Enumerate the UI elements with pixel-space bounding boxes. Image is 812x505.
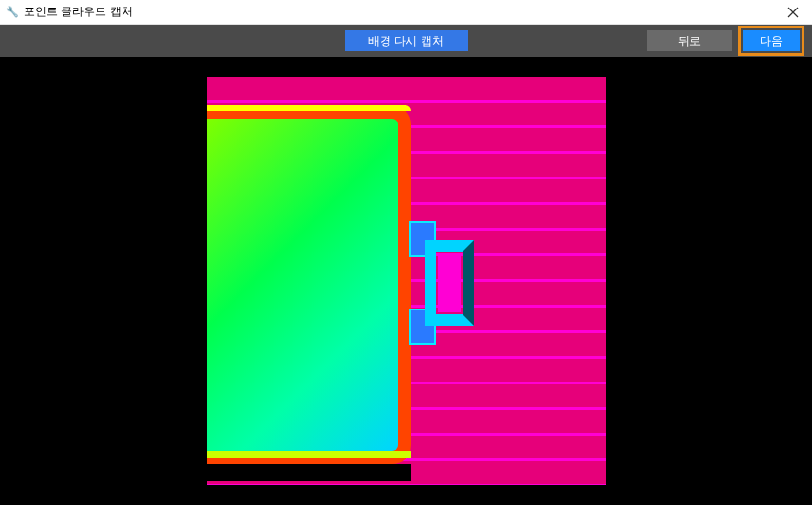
back-button[interactable]: 뒤로 [647, 30, 732, 51]
handle-inner-gap [438, 253, 461, 312]
wrench-icon: 🔧 [6, 6, 19, 18]
pointcloud-view[interactable] [207, 77, 606, 485]
close-button[interactable] [774, 0, 812, 25]
close-icon [787, 7, 799, 18]
case-body-depth [207, 105, 411, 464]
case-edge-highlight [207, 451, 411, 458]
recapture-background-button[interactable]: 배경 다시 캡처 [345, 30, 468, 51]
titlebar: 🔧 포인트 클라우드 캡처 [0, 0, 812, 25]
case-handle [409, 221, 478, 345]
canvas-area [0, 57, 812, 505]
toolbar-right-group: 뒤로 다음 [647, 26, 804, 56]
next-button-highlight: 다음 [738, 26, 804, 56]
toolbar: 배경 다시 캡처 뒤로 다음 [0, 25, 812, 57]
next-button[interactable]: 다음 [743, 30, 800, 51]
window-title: 포인트 클라우드 캡처 [24, 4, 133, 20]
